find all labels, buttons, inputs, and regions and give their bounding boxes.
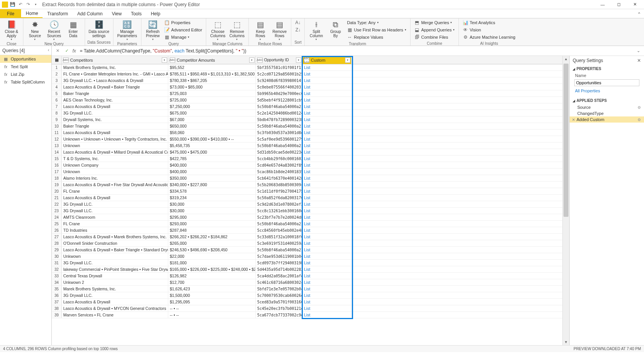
list-link-cell[interactable]: List [302,103,352,110]
properties-section-header[interactable]: ◢PROPERTIES [570,65,644,72]
table-row[interactable]: 28O'Donnell Snider Construction$265,0005… [52,240,562,247]
type-icon[interactable]: ABC [170,57,175,63]
redo-icon[interactable]: ↷ [25,1,31,8]
table-row[interactable]: 7Lasco Acoustics & Drywall$7,250,0005c50… [52,103,562,110]
applied-step-source[interactable]: Source⚙ [570,104,644,110]
list-link-cell[interactable]: List [302,299,352,305]
list-link-cell[interactable]: List [302,123,352,129]
close-apply-button[interactable]: 📕 Close & Apply ▾ [2,19,21,41]
table-row[interactable]: 18Alamo Interiors Inc.$350,0005cb641fb63… [52,175,562,182]
table-row[interactable]: 20FL Crane$334,5785c1d11df0f9b2700417543… [52,188,562,195]
table-row[interactable]: 6AES Clean Technology, Inc.$725,0005d5be… [52,97,562,103]
save-icon[interactable]: 💾 [9,1,16,8]
tab-tools[interactable]: Tools [126,9,146,18]
tab-home[interactable]: Home [21,9,43,18]
table-row[interactable]: 4Lasco Acoustics & Drywall • Baker Trian… [52,84,562,90]
list-link-cell[interactable]: List [302,260,352,266]
table-row[interactable]: 35Marek Brothers Systems, Inc.$1,626,423… [52,286,562,292]
recent-sources-button[interactable]: 🕓Recent Sources▾ [45,19,63,41]
column-header-competitor-amounts[interactable]: ABCCompetitor Amounts▾ [168,56,256,64]
list-link-cell[interactable]: List [302,227,352,233]
filter-icon[interactable]: ▾ [162,57,167,63]
close-settings-icon[interactable]: ✕ [637,58,641,63]
column-header-custom[interactable]: ABC 123Custom▾ [302,56,352,64]
table-row[interactable]: 2FL Crane • Greater Metroplex Interiors … [52,71,562,77]
refresh-preview-button[interactable]: 🔄Refresh Preview▾ [144,19,162,41]
table-row[interactable]: 26TD Industries$287,8485cc84560fb45eb002… [52,227,562,234]
table-row[interactable]: 19Lasco Acoustics & Drywall • Five Star … [52,182,562,188]
vision-button[interactable]: 👁Vision [461,26,517,33]
choose-columns-button[interactable]: ⬚Choose Columns▾ [209,19,227,41]
manage-button[interactable]: ▦Manage ▾ [163,34,204,41]
table-row[interactable]: 363G Drywall LLC.$1,500,0005c700079530ca… [52,292,562,299]
list-link-cell[interactable]: List [302,77,352,84]
type-icon[interactable]: ABC [257,57,263,63]
table-row[interactable]: 233G Drywall LLC.$30,0005cc8c13261ebb300… [52,208,562,214]
scroll-down-icon[interactable]: ▼ [563,339,569,345]
applied-step-added-custom[interactable]: ✕Added Custom⚙ [570,116,644,123]
list-link-cell[interactable]: List [302,195,352,201]
scroll-up-icon[interactable]: ▲ [563,56,569,62]
table-row[interactable]: 16Unknown Company$400,0005cd04e657d4a830… [52,162,562,169]
cancel-formula-icon[interactable]: ✕ [54,48,61,54]
collapse-ribbon-icon[interactable]: ^ [634,9,644,18]
list-link-cell[interactable]: List [302,234,352,240]
table-row[interactable]: 11Lasco Acoustics & Drywall$58,0605c3fb0… [52,129,562,136]
queries-header[interactable]: Queries [4] › [0,46,51,55]
table-row[interactable]: 10Baker Triangle$650,0005c50b8f46aba5400… [52,123,562,129]
table-row[interactable]: 38Lasco Acoustics & Drywall • MYCON Gene… [52,305,562,312]
tab-view[interactable]: View [107,9,127,18]
append-queries-button[interactable]: ⬓Append Queries ▾ [413,26,457,33]
list-link-cell[interactable]: List [302,129,352,136]
applied-steps-header[interactable]: ◢APPLIED STEPS [570,97,644,104]
type-icon[interactable]: ABC [63,57,69,63]
table-row[interactable]: 27Lasco Acoustics & Drywall • Marek Brot… [52,234,562,240]
filter-icon[interactable]: ▾ [296,57,301,63]
sort-desc-button[interactable]: Z↓ [294,26,302,33]
list-link-cell[interactable]: List [302,201,352,207]
query-item-list-zip[interactable]: fxList Zip [0,70,51,78]
list-link-cell[interactable]: List [302,156,352,162]
list-link-cell[interactable]: List [302,279,352,285]
undo-icon[interactable]: ↶ [17,1,24,8]
list-link-cell[interactable]: List [302,208,352,214]
table-row[interactable]: 24AMTS Cleanroom$295,0005c23bf7e7b7e2d00… [52,214,562,221]
manage-parameters-button[interactable]: 🔠Manage Parameters▾ [116,19,139,41]
table-row[interactable]: 14Lasco Acoustics & Drywall • Millard Dr… [52,149,562,156]
list-link-cell[interactable]: List [302,136,352,142]
keep-rows-button[interactable]: ▤Keep Rows▾ [251,19,269,41]
formula-input[interactable]: = Table.AddColumn(ChangedType, "Custom",… [78,48,632,54]
expand-formula-icon[interactable]: ⌄ [635,48,642,53]
table-row[interactable]: 37Lasco Acoustics & Drywall$1,295,0955ce… [52,299,562,305]
table-row[interactable]: 5Baker Triangle$725,0035b9965b40d29e7000… [52,90,562,97]
first-row-headers-button[interactable]: ▦Use First Row as Headers ▾ [345,26,407,33]
combine-files-button[interactable]: 🗐Combine Files [413,34,457,41]
close-button[interactable]: ✕ [627,0,642,9]
table-row[interactable]: 223G Drywall LLC.$30,0005c9d2d63d1e07800… [52,201,562,208]
list-link-cell[interactable]: List [302,143,352,149]
table-row[interactable]: 17Unknown$400,0005cac86b1b8de24001835c3b… [52,169,562,175]
table-row[interactable]: 29Lasco Acoustics & Drywall • Baker Tria… [52,247,562,253]
column-header-competitors[interactable]: ABCCompetitors▾ [62,56,168,64]
table-row[interactable]: 25FL Crane$293,0005c50b8f46aba54000a21bd… [52,221,562,227]
list-link-cell[interactable]: List [302,84,352,90]
list-link-cell[interactable]: List [302,188,352,194]
data-type-button[interactable]: Data Type: Any ▾ [345,19,407,26]
list-link-cell[interactable]: List [302,149,352,155]
filter-icon[interactable]: ▾ [345,57,350,63]
collapse-queries-icon[interactable]: › [48,48,49,52]
table-row[interactable]: 33G Drywall LLC. • Lasco Acoustics & Dry… [52,77,562,84]
list-link-cell[interactable]: List [302,273,352,279]
azure-ml-button[interactable]: ⚙Azure Machine Learning [461,34,517,41]
table-row[interactable]: 39Marven Services • FL Crane-- • --5ca67… [52,312,562,318]
properties-button[interactable]: 📋Properties [163,19,204,26]
list-link-cell[interactable]: List [302,90,352,97]
list-link-cell[interactable]: List [302,182,352,188]
data-source-settings-button[interactable]: 🗄️Data source settings [87,19,110,38]
applied-step-changedtype[interactable]: ChangedType [570,110,644,116]
split-column-button[interactable]: ⫲Split Column▾ [307,19,325,41]
list-link-cell[interactable]: List [302,162,352,168]
advanced-editor-button[interactable]: 📝Advanced Editor [163,26,204,33]
table-row[interactable]: 33Central Texas Drywall$126,9825ca4dd2a0… [52,273,562,279]
table-row[interactable]: 34Unkwown 2$12,7005c461c68716a6800302c93… [52,279,562,286]
